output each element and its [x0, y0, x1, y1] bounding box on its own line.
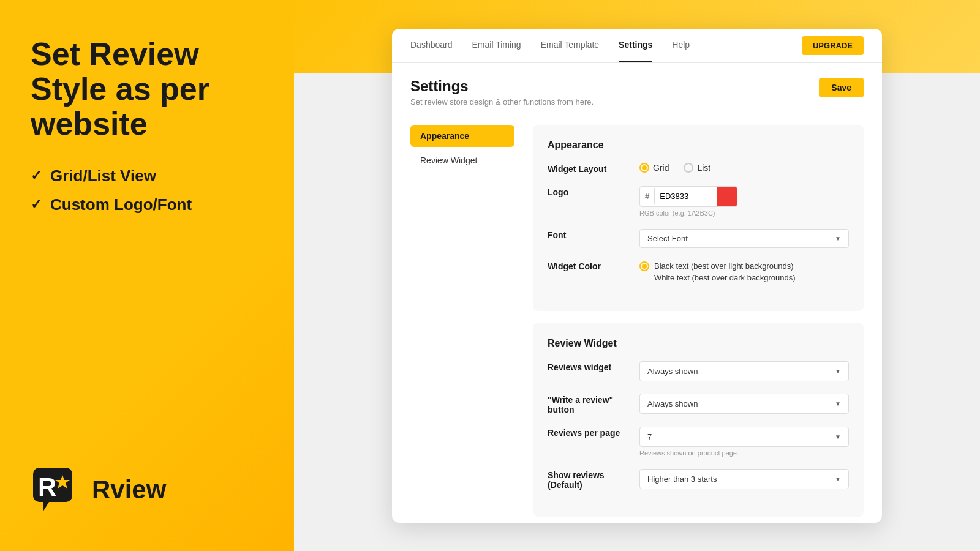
- review-widget-section: Review Widget Reviews widget Always show…: [533, 323, 864, 517]
- hero-title: Set Review Style as per website: [31, 37, 263, 142]
- logo-label: Logo: [548, 186, 627, 197]
- widget-layout-control: Grid List: [639, 163, 849, 173]
- feature-item-1: ✓ Grid/List View: [31, 167, 263, 186]
- font-select[interactable]: Select Font ▼: [639, 229, 849, 248]
- widget-color-option[interactable]: Black text (best over light backgrounds)…: [639, 260, 849, 284]
- appearance-section: Appearance Widget Layout Grid: [533, 125, 864, 311]
- widget-layout-radio-group: Grid List: [639, 163, 849, 173]
- reviews-per-page-arrow: ▼: [835, 433, 841, 440]
- nav-tab-email-template[interactable]: Email Template: [541, 29, 599, 62]
- color-value-input[interactable]: [655, 188, 717, 204]
- reviews-widget-dropdown[interactable]: Always shown ▼: [639, 361, 849, 381]
- page-title: Settings: [410, 78, 594, 95]
- reviews-widget-arrow: ▼: [835, 368, 841, 375]
- reviews-widget-control: Always shown ▼: [639, 361, 849, 381]
- upgrade-button[interactable]: UPGRADE: [802, 36, 864, 55]
- reviews-per-page-control: 7 ▼ Reviews shown on product page.: [639, 427, 849, 457]
- nav-tab-settings[interactable]: Settings: [619, 29, 652, 62]
- brand-area: R Rview: [31, 465, 263, 514]
- font-select-arrow: ▼: [835, 235, 841, 242]
- widget-color-label: Widget Color: [548, 260, 627, 271]
- settings-panel: Appearance Widget Layout Grid: [533, 125, 864, 504]
- show-reviews-arrow: ▼: [835, 476, 841, 482]
- app-window: Dashboard Email Timing Email Template Se…: [392, 29, 882, 523]
- widget-color-radio: [639, 261, 649, 271]
- write-review-control: Always shown ▼: [639, 394, 849, 414]
- nav-bar: Dashboard Email Timing Email Template Se…: [392, 29, 882, 63]
- reviews-per-page-dropdown[interactable]: 7 ▼: [639, 427, 849, 447]
- review-widget-section-title: Review Widget: [548, 338, 849, 349]
- widget-layout-row: Widget Layout Grid List: [548, 163, 849, 174]
- svg-text:R: R: [38, 473, 56, 501]
- settings-sidebar: Appearance Review Widget: [410, 125, 514, 504]
- page-title-area: Settings Set review store design & other…: [410, 78, 594, 107]
- font-row: Font Select Font ▼: [548, 229, 849, 248]
- check-icon-2: ✓: [31, 197, 42, 212]
- color-hint: RGB color (e.g. 1A2B3C): [639, 209, 849, 217]
- reviews-widget-row: Reviews widget Always shown ▼: [548, 361, 849, 381]
- write-review-dropdown[interactable]: Always shown ▼: [639, 394, 849, 414]
- brand-name: Rview: [92, 475, 166, 504]
- page-subtitle: Set review store design & other function…: [410, 97, 594, 107]
- show-reviews-label: Show reviews (Default): [548, 469, 627, 490]
- widget-color-control: Black text (best over light backgrounds)…: [639, 260, 849, 284]
- color-input-group: #: [639, 186, 737, 207]
- nav-tab-email-timing[interactable]: Email Timing: [472, 29, 521, 62]
- radio-list[interactable]: List: [684, 163, 710, 173]
- radio-grid-circle: [639, 163, 649, 173]
- write-review-row: "Write a review" button Always shown ▼: [548, 394, 849, 414]
- logo-control: # RGB color (e.g. 1A2B3C): [639, 186, 849, 217]
- show-reviews-dropdown[interactable]: Higher than 3 starts ▼: [639, 469, 849, 489]
- feature-item-2: ✓ Custom Logo/Font: [31, 195, 263, 214]
- radio-list-circle: [684, 163, 693, 173]
- widget-layout-label: Widget Layout: [548, 163, 627, 174]
- reviews-widget-label: Reviews widget: [548, 361, 627, 372]
- font-control: Select Font ▼: [639, 229, 849, 248]
- write-review-label: "Write a review" button: [548, 394, 627, 414]
- save-button[interactable]: Save: [819, 78, 864, 97]
- right-panel: Dashboard Email Timing Email Template Se…: [294, 0, 980, 551]
- brand-logo-icon: R: [31, 465, 80, 514]
- logo-row: Logo # RGB color (e.g. 1A2B3C): [548, 186, 849, 217]
- show-reviews-control: Higher than 3 starts ▼: [639, 469, 849, 489]
- show-reviews-row: Show reviews (Default) Higher than 3 sta…: [548, 469, 849, 490]
- reviews-per-page-row: Reviews per page 7 ▼ Reviews shown on pr…: [548, 427, 849, 457]
- sidebar-item-review-widget[interactable]: Review Widget: [410, 149, 514, 171]
- widget-color-text-line2: White text (best over dark backgrounds): [654, 272, 796, 284]
- content-area: Appearance Review Widget Appearance Widg…: [392, 107, 882, 523]
- left-panel: Set Review Style as per website ✓ Grid/L…: [0, 0, 294, 551]
- font-label: Font: [548, 229, 627, 240]
- nav-tabs: Dashboard Email Timing Email Template Se…: [410, 29, 802, 62]
- color-swatch[interactable]: [717, 187, 737, 206]
- nav-tab-dashboard[interactable]: Dashboard: [410, 29, 453, 62]
- widget-color-row: Widget Color Black text (best over light…: [548, 260, 849, 284]
- page-header: Settings Set review store design & other…: [392, 63, 882, 107]
- reviews-per-page-label: Reviews per page: [548, 427, 627, 438]
- write-review-arrow: ▼: [835, 400, 841, 407]
- svg-marker-1: [43, 502, 49, 512]
- check-icon-1: ✓: [31, 168, 42, 184]
- radio-grid[interactable]: Grid: [639, 163, 669, 173]
- hash-symbol: #: [640, 188, 655, 204]
- feature-list: ✓ Grid/List View ✓ Custom Logo/Font: [31, 167, 263, 214]
- reviews-per-page-hint: Reviews shown on product page.: [639, 449, 849, 457]
- nav-tab-help[interactable]: Help: [672, 29, 690, 62]
- widget-color-text-line1: Black text (best over light backgrounds): [654, 260, 796, 272]
- appearance-section-title: Appearance: [548, 140, 849, 151]
- sidebar-item-appearance[interactable]: Appearance: [410, 125, 514, 147]
